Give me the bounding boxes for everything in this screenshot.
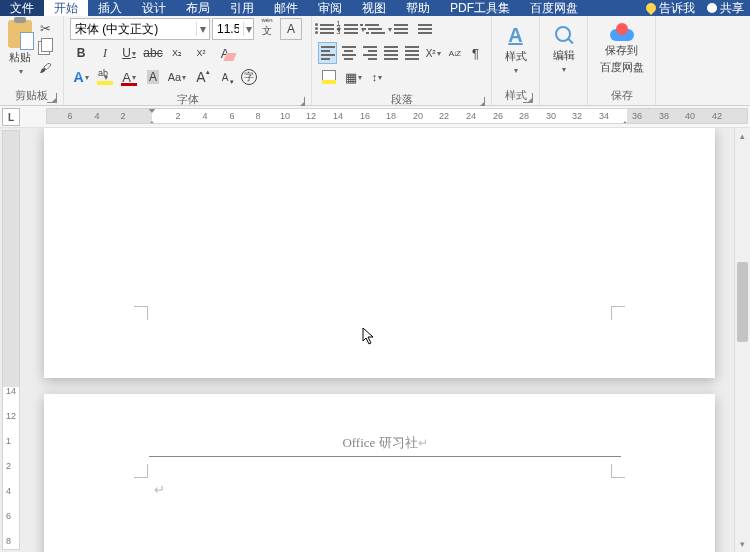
asian-layout-button[interactable] (424, 42, 443, 64)
underline-dropdown[interactable] (132, 49, 136, 58)
format-painter-button[interactable] (36, 60, 54, 76)
ruler-tick: 40 (685, 111, 695, 121)
ruler-tick: 14 (333, 111, 343, 121)
line-spacing-button[interactable] (366, 66, 388, 88)
text-effects-button[interactable] (70, 66, 92, 88)
styles-launcher[interactable] (523, 93, 533, 103)
phonetic-guide-button[interactable] (256, 18, 278, 40)
asian-layout-dropdown[interactable] (437, 49, 441, 58)
character-border-button[interactable]: A (280, 18, 302, 40)
italic-button[interactable]: I (94, 42, 116, 64)
decrease-indent-button[interactable] (390, 18, 412, 40)
shading-dropdown[interactable] (328, 73, 332, 82)
show-marks-button[interactable] (466, 42, 485, 64)
cut-button[interactable] (36, 20, 54, 36)
vertical-ruler[interactable]: 141212468 (2, 130, 20, 550)
scroll-track[interactable] (737, 144, 748, 536)
change-case-button[interactable] (166, 66, 188, 88)
hanging-indent-marker[interactable] (147, 108, 157, 124)
font-name-input[interactable] (71, 22, 196, 36)
clipboard-launcher[interactable] (47, 93, 57, 103)
shading-button[interactable] (318, 66, 340, 88)
tab-mailings[interactable]: 邮件 (264, 0, 308, 16)
scroll-down-button[interactable]: ▾ (735, 536, 750, 552)
tab-references[interactable]: 引用 (220, 0, 264, 16)
change-case-dropdown[interactable] (182, 73, 186, 82)
outdent-icon (394, 24, 408, 34)
copy-button[interactable] (36, 40, 54, 56)
save-to-baidu-button[interactable]: 保存到 百度网盘 (594, 18, 649, 80)
font-size-combo[interactable]: ▾ (212, 18, 254, 40)
align-center-button[interactable] (339, 42, 358, 64)
tab-file[interactable]: 文件 (0, 0, 44, 16)
ribbon: 粘贴 剪贴板 ▾ ▾ A (0, 16, 750, 106)
borders-button[interactable] (342, 66, 364, 88)
font-size-dropdown[interactable]: ▾ (243, 22, 253, 36)
horizontal-ruler[interactable]: 6422468101214161820222426283032343638404… (46, 108, 748, 124)
align-distributed-button[interactable] (403, 42, 422, 64)
borders-dropdown[interactable] (358, 73, 362, 82)
enclose-characters-button[interactable] (238, 66, 260, 88)
subscript-button[interactable]: X₂ (166, 42, 188, 64)
vruler-top-margin[interactable] (3, 131, 19, 387)
tab-insert[interactable]: 插入 (88, 0, 132, 16)
editing-btn-label: 编辑 (553, 48, 575, 63)
superscript-button[interactable]: X² (190, 42, 212, 64)
share-button[interactable]: 共享 (701, 0, 750, 17)
align-left-icon (321, 46, 335, 60)
right-indent-marker[interactable] (620, 108, 630, 124)
paste-button[interactable]: 粘贴 (6, 18, 34, 78)
font-size-input[interactable] (213, 22, 243, 36)
sort-button[interactable] (445, 42, 464, 64)
styles-dropdown[interactable] (514, 66, 518, 75)
highlight-button[interactable] (94, 66, 116, 88)
highlight-dropdown[interactable] (104, 73, 108, 82)
tab-design[interactable]: 设计 (132, 0, 176, 16)
tab-layout[interactable]: 布局 (176, 0, 220, 16)
multilevel-icon (363, 22, 387, 36)
document-area[interactable]: Office 研习社↵ ↵ (22, 128, 750, 552)
multilevel-list-button[interactable] (366, 18, 388, 40)
editing-button[interactable]: 编辑 (546, 18, 581, 80)
align-left-button[interactable] (318, 42, 337, 64)
align-justify-button[interactable] (381, 42, 400, 64)
tell-me-search[interactable]: 告诉我 (640, 0, 701, 17)
header-text[interactable]: Office 研习社↵ (149, 434, 621, 452)
scroll-up-button[interactable]: ▴ (735, 128, 750, 144)
increase-indent-button[interactable] (414, 18, 436, 40)
ruler-tick: 6 (229, 111, 234, 121)
font-color-button[interactable] (118, 66, 140, 88)
tell-me-label: 告诉我 (659, 0, 695, 17)
shrink-font-button[interactable] (214, 66, 236, 88)
page-2[interactable]: Office 研习社↵ ↵ (44, 394, 715, 552)
clear-formatting-button[interactable] (214, 42, 236, 64)
line-spacing-dropdown[interactable] (378, 73, 382, 82)
styles-button[interactable]: A 样式 (498, 18, 533, 80)
grow-font-button[interactable] (190, 66, 212, 88)
character-shading-button[interactable] (142, 66, 164, 88)
tab-pdf-tools[interactable]: PDF工具集 (440, 0, 520, 16)
page-header[interactable]: Office 研习社↵ (149, 434, 621, 457)
strikethrough-button[interactable]: abc (142, 42, 164, 64)
tab-view[interactable]: 视图 (352, 0, 396, 16)
underline-button[interactable]: U (118, 42, 140, 64)
ruler-tick: 26 (493, 111, 503, 121)
tab-home[interactable]: 开始 (44, 0, 88, 16)
tab-review[interactable]: 审阅 (308, 0, 352, 16)
vertical-scrollbar[interactable]: ▴ ▾ (734, 128, 750, 552)
page-1[interactable] (44, 128, 715, 378)
text-effects-dropdown[interactable] (85, 73, 89, 82)
font-name-dropdown[interactable]: ▾ (196, 22, 209, 36)
tab-baidu-netdisk[interactable]: 百度网盘 (520, 0, 588, 16)
font-name-combo[interactable]: ▾ (70, 18, 210, 40)
font-color-dropdown[interactable] (132, 73, 136, 82)
align-right-button[interactable] (360, 42, 379, 64)
tab-help[interactable]: 帮助 (396, 0, 440, 16)
vruler-tick: 2 (6, 461, 11, 471)
editing-dropdown[interactable] (562, 65, 566, 74)
tab-stop-selector[interactable] (2, 108, 20, 126)
paste-dropdown[interactable] (19, 67, 23, 76)
scroll-thumb[interactable] (737, 262, 748, 342)
numbering-button[interactable] (342, 18, 364, 40)
bold-button[interactable]: B (70, 42, 92, 64)
